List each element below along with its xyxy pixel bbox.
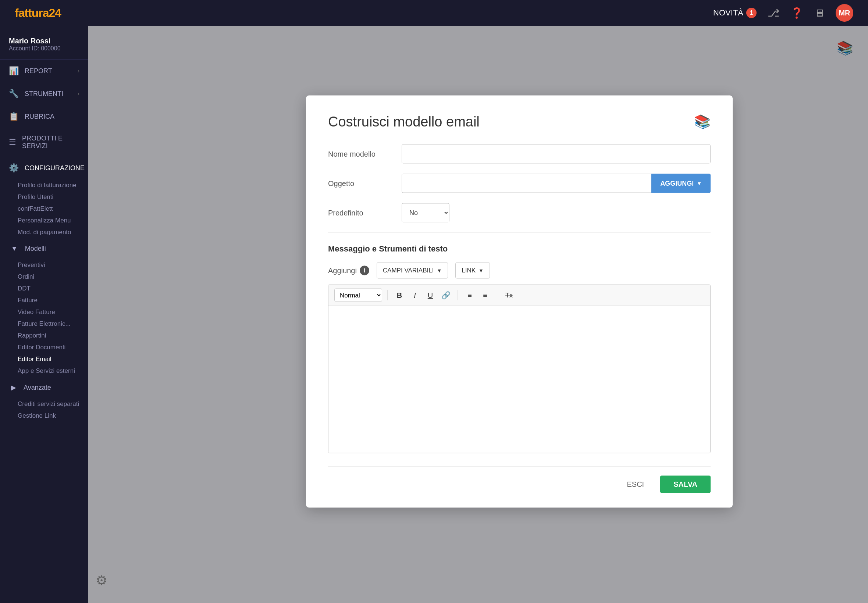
configurazione-icon: ⚙️ [9, 163, 19, 173]
sidebar-sub-profilo-fatturazione[interactable]: Profilo di fatturazione [0, 179, 88, 191]
divider [328, 233, 710, 233]
link-button[interactable]: LINK ▼ [455, 263, 490, 279]
sidebar-item-configurazione[interactable]: ⚙️ CONFIGURAZIONE ∨ [0, 157, 88, 179]
sidebar-avanzate-label: Avanzate [23, 384, 51, 391]
campi-variabili-label: CAMPI VARIABILI [383, 267, 434, 274]
bold-button[interactable]: B [393, 289, 406, 302]
sidebar-item-report[interactable]: 📊 REPORT › [0, 60, 88, 82]
sidebar-sub-modpagamento[interactable]: Mod. di pagamento [0, 226, 88, 238]
underline-icon: U [428, 291, 433, 299]
toolbar-sep-2 [458, 290, 458, 300]
sidebar-sub-personalizza[interactable]: Personalizza Menu [0, 215, 88, 226]
underline-button[interactable]: U [424, 289, 437, 302]
modelli-triangle: ▼ [11, 245, 18, 253]
monitor-icon[interactable]: 🖥 [814, 7, 825, 19]
link-label: LINK [461, 267, 475, 274]
modal-footer: ESCI SALVA [328, 467, 710, 493]
report-chevron: › [77, 68, 79, 74]
logo: fattura24 [15, 6, 61, 20]
sidebar-sub-fatture[interactable]: Fatture [0, 295, 88, 306]
share-icon[interactable]: ⎇ [767, 7, 779, 19]
strumenti-icon: 🔧 [9, 89, 19, 99]
sidebar-sub-preventivi[interactable]: Preventivi [0, 259, 88, 271]
modal: Costruisci modello email 📚 Nome modello … [306, 96, 733, 508]
unordered-list-button[interactable]: ≡ [478, 289, 492, 302]
oggetto-input[interactable] [402, 174, 651, 193]
rubrica-icon: 📋 [9, 112, 19, 121]
aggiungi-chevron-icon: ▼ [696, 181, 702, 186]
italic-button[interactable]: I [408, 289, 421, 302]
strumenti-chevron: › [77, 90, 79, 97]
sidebar: Mario Rossi Account ID: 000000 📊 REPORT … [0, 26, 88, 603]
oggetto-row: Oggetto AGGIUNGI ▼ [328, 174, 710, 193]
sidebar-sub-editor-documenti[interactable]: Editor Documenti [0, 342, 88, 353]
clear-format-icon: Tx [505, 291, 513, 299]
avatar-initials: MR [839, 9, 850, 17]
sidebar-item-configurazione-label: CONFIGURAZIONE [25, 164, 85, 172]
sidebar-sub-fatture-elett[interactable]: Fatture Elettronic... [0, 318, 88, 330]
modal-title: Costruisci modello email [328, 114, 480, 130]
logo-text-main: fattura [15, 6, 49, 20]
sidebar-sub-rapportini[interactable]: Rapportini [0, 330, 88, 342]
editor-toolbar: Normal Heading 1 Heading 2 Heading 3 B I… [328, 285, 710, 306]
modal-book-icon[interactable]: 📚 [694, 114, 710, 130]
oggetto-input-group: AGGIUNGI ▼ [402, 174, 710, 193]
sidebar-modelli-toggle[interactable]: ▼ Modelli [0, 238, 88, 259]
sidebar-sub-ddt[interactable]: DDT [0, 283, 88, 295]
novita-count: 1 [746, 8, 757, 18]
link-chevron: ▼ [478, 267, 484, 274]
esci-button[interactable]: ESCI [618, 476, 653, 493]
editor-container: Normal Heading 1 Heading 2 Heading 3 B I… [328, 284, 710, 453]
nome-modello-row: Nome modello [328, 144, 710, 164]
avanzate-triangle: ▶ [11, 383, 16, 391]
novita-label: NOVITÀ [713, 8, 743, 18]
report-icon: 📊 [9, 66, 19, 76]
sidebar-user: Mario Rossi Account ID: 000000 [0, 29, 88, 60]
campi-variabili-chevron: ▼ [436, 267, 442, 274]
avatar[interactable]: MR [836, 4, 853, 22]
ordered-list-icon: ≡ [467, 291, 472, 299]
toolbar-sep-3 [497, 290, 497, 300]
sidebar-item-rubrica-label: RUBRICA [25, 113, 54, 121]
nome-modello-input[interactable] [402, 144, 710, 164]
salva-button[interactable]: SALVA [660, 476, 710, 493]
sidebar-item-report-label: REPORT [25, 67, 52, 75]
campi-variabili-button[interactable]: CAMPI VARIABILI ▼ [377, 263, 448, 279]
editor-section-title: Messaggio e Strumenti di testo [328, 244, 710, 254]
format-select[interactable]: Normal Heading 1 Heading 2 Heading 3 [334, 289, 382, 302]
predefinito-label: Predefinito [328, 209, 402, 217]
sidebar-sub-editor-email[interactable]: Editor Email [0, 353, 88, 365]
sidebar-sub-gestione-link[interactable]: Gestione Link [0, 410, 88, 422]
info-icon[interactable]: i [360, 266, 369, 275]
link-toolbar-icon: 🔗 [441, 291, 450, 300]
sidebar-avanzate-toggle[interactable]: ▶ Avanzate [0, 377, 88, 398]
editor-body[interactable] [328, 306, 710, 453]
aggiungi-button[interactable]: AGGIUNGI ▼ [651, 174, 710, 193]
sidebar-sub-conffatt[interactable]: confFattElett [0, 203, 88, 215]
sidebar-sub-ordini[interactable]: Ordini [0, 271, 88, 283]
sidebar-account-id: Account ID: 000000 [9, 45, 79, 52]
oggetto-label: Oggetto [328, 179, 402, 187]
help-icon[interactable]: ❓ [791, 7, 803, 19]
sidebar-sub-profilo-utenti[interactable]: Profilo Utenti [0, 191, 88, 203]
bold-icon: B [397, 291, 402, 299]
sidebar-sub-crediti[interactable]: Crediti servizi separati [0, 398, 88, 410]
nome-modello-label: Nome modello [328, 150, 402, 158]
ordered-list-button[interactable]: ≡ [463, 289, 476, 302]
sidebar-item-prodotti[interactable]: ☰ PRODOTTI E SERVIZI [0, 128, 88, 157]
novita-badge[interactable]: NOVITÀ 1 [713, 8, 757, 18]
logo-text-accent: 24 [49, 6, 62, 20]
sidebar-modelli-label: Modelli [25, 245, 46, 253]
italic-icon: I [414, 291, 416, 299]
predefinito-select[interactable]: No Sì [402, 203, 449, 223]
toolbar-sep-1 [387, 290, 388, 300]
clear-format-button[interactable]: Tx [503, 289, 516, 302]
prodotti-icon: ☰ [9, 138, 16, 147]
sidebar-sub-app-servizi[interactable]: App e Servizi esterni [0, 365, 88, 377]
sidebar-item-strumenti[interactable]: 🔧 STRUMENTI › [0, 82, 88, 105]
sidebar-sub-video-fatture[interactable]: Video Fatture [0, 306, 88, 318]
unordered-list-icon: ≡ [483, 291, 487, 299]
sidebar-item-rubrica[interactable]: 📋 RUBRICA [0, 105, 88, 128]
link-toolbar-button[interactable]: 🔗 [439, 289, 452, 302]
predefinito-row: Predefinito No Sì [328, 203, 710, 223]
